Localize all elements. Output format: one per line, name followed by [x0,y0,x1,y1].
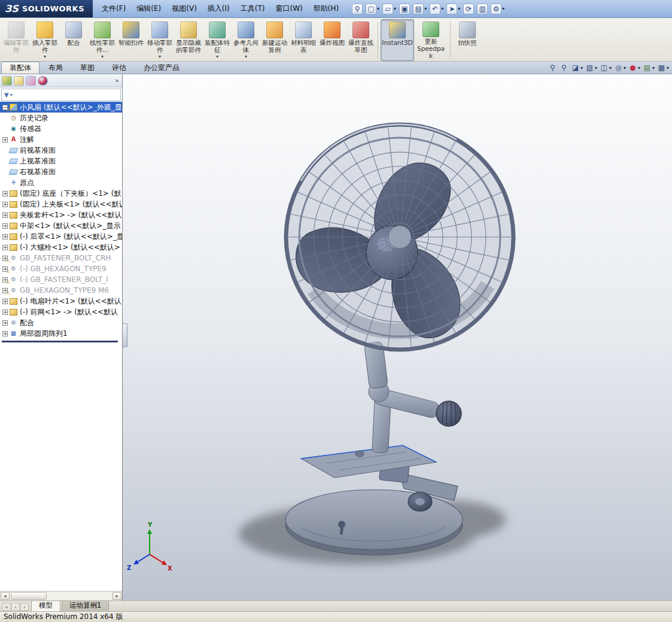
tree-item[interactable]: +⚠(-) GB_FASTENER_BOLT_I [0,274,122,285]
dropdown-arrow-icon[interactable]: ▾ [458,6,460,11]
view-settings[interactable]: ▦▾ [657,63,669,72]
ribbon-button-bom[interactable]: 材料明细表 [289,19,318,61]
view-orientation[interactable]: ▧▾ [585,63,597,72]
tab-scroll-button-3[interactable]: › [20,603,29,611]
tab-3[interactable]: 草图 [72,62,103,74]
feature-manager-tab[interactable] [2,76,12,86]
menu-item-7[interactable]: 帮助(H) [308,0,344,17]
scroll-right-button[interactable]: ▸ [112,592,121,600]
display-manager-tab[interactable] [38,76,48,86]
tree-item[interactable]: +配合 [0,317,122,328]
tree-item[interactable]: −⚠小风扇 (默认<<默认>_外观_显 [0,102,122,113]
tree-item[interactable]: +夹板套杆<1> -> (默认<<默认 [0,210,122,220]
dropdown-arrow-icon[interactable]: ▾ [377,6,379,11]
tree-item[interactable]: +⚠GB_FASTENER_BOLT_CRH [0,253,122,263]
panel-horizontal-scrollbar[interactable]: ◂ ▸ [0,591,122,600]
dropdown-arrow-icon[interactable]: ▾ [609,65,612,71]
tree-item[interactable]: 传感器 [0,123,122,134]
ribbon-button-snapshot[interactable]: 拍快照 [453,19,482,61]
tree-item[interactable]: 原点 [0,177,122,188]
section-view[interactable]: ◪▾ [571,63,583,72]
tree-item[interactable]: +局部圆周阵列1 [0,328,122,339]
tree-filter[interactable]: ▼ ▾ [1,89,121,101]
ribbon-button-instant3d[interactable]: Instant3D [381,19,414,61]
tree-item[interactable]: +中架<1> (默认<<默认>_显示 [0,220,122,231]
menu-item-6[interactable]: 窗口(W) [270,0,308,17]
tab-scroll-button-2[interactable]: ‹ [11,603,20,611]
menu-item-3[interactable]: 视图(V) [166,0,202,17]
ribbon-button-insert-component[interactable]: 插入零部件▾ [31,19,59,61]
scroll-left-button[interactable]: ◂ [1,592,10,600]
document-tab-1[interactable]: 模型 [31,600,60,611]
scrollbar-thumb[interactable] [11,592,47,600]
tree-item[interactable]: 上视基准面 [0,156,122,166]
panel-splitter-handle[interactable] [123,323,127,347]
ribbon-button-exploded-view[interactable]: 爆炸视图 [318,19,346,61]
tree-item[interactable]: +(固定) 上夹板<1> (默认<<默认 [0,199,122,210]
ribbon-button-motion-study[interactable]: 新建运动算例 [260,19,289,61]
dropdown-arrow-icon[interactable]: ▾ [216,54,218,59]
zoom-fit[interactable]: ⚲ [548,63,557,72]
tree-expand-toggle[interactable]: + [2,310,8,315]
dropdown-arrow-icon[interactable]: ▾ [595,65,597,71]
ribbon-button-update-speedpak[interactable]: 更新Speedpak [414,19,448,61]
hide-show-items[interactable]: ◎▾ [614,63,626,72]
options-button[interactable]: ⚙▾ [490,3,505,15]
search-button[interactable]: ⚲ [351,3,363,15]
tab-scroll-button-1[interactable]: « [2,603,11,611]
rebuild-button[interactable]: ⟳ [463,3,475,15]
tree-expand-toggle[interactable]: + [2,320,8,326]
tree-expand-toggle[interactable]: + [2,299,8,304]
dropdown-arrow-icon[interactable]: ▾ [159,54,161,59]
display-style[interactable]: ◫▾ [600,63,612,72]
dropdown-arrow-icon[interactable]: ▾ [638,65,640,71]
tab-4[interactable]: 评估 [104,62,135,74]
tree-expand-toggle[interactable]: + [2,202,8,207]
property-manager-tab[interactable] [14,76,24,86]
menu-item-2[interactable]: 编辑(E) [131,0,166,17]
file-properties-button[interactable]: ▥ [476,3,488,15]
dropdown-arrow-icon[interactable]: ▾ [502,6,504,11]
apply-scene[interactable]: ▤▾ [643,63,655,72]
dropdown-arrow-icon[interactable]: ▾ [652,65,655,71]
tree-item[interactable]: +(-) 后罩<1> (默认<<默认>_显 [0,231,122,242]
dropdown-arrow-icon[interactable]: ▾ [441,6,443,11]
ribbon-button-explode-line-sketch[interactable]: 爆炸直线草图 [346,19,375,61]
ribbon-button-move-component[interactable]: 移动零部件▾ [145,19,174,61]
ribbon-button-linear-pattern[interactable]: 线性零部件...▾ [88,19,117,61]
menu-item-4[interactable]: 插入(I) [202,0,235,17]
tree-item[interactable]: +⚠(-) GB_HEXAGON_TYPE9 [0,263,122,274]
dropdown-arrow-icon[interactable]: ▾ [667,65,669,71]
dropdown-arrow-icon[interactable]: ▾ [394,6,396,11]
tree-expand-toggle[interactable]: + [2,213,8,218]
tree-item[interactable]: 右视基准面 [0,166,122,177]
tree-item[interactable]: +(-) 大螺栓<1> (默认<<默认> [0,242,122,253]
tab-5[interactable]: 办公室产品 [135,62,188,74]
tree-item[interactable]: +注解 [0,134,122,145]
undo-button[interactable]: ↶▾ [429,3,444,15]
document-tab-2[interactable]: 运动算例1 [62,600,109,611]
new-document-button[interactable]: ▢▾ [365,3,380,15]
tree-item[interactable]: +(-) 电扇叶片<1> (默认<<默认 [0,296,122,307]
tree-expand-toggle[interactable]: + [2,223,8,229]
menu-item-5[interactable]: 工具(T) [235,0,270,17]
tree-item[interactable]: 历史记录 [0,113,122,123]
dropdown-arrow-icon[interactable]: ▾ [624,65,626,71]
tree-item[interactable]: 前视基准面 [0,145,122,156]
tree-item[interactable]: +⚠GB_HEXAGON_TYPE9 M6 [0,285,122,296]
tree-expand-toggle[interactable]: + [2,234,8,239]
3d-viewport-canvas[interactable]: Y X Z [123,74,672,600]
tree-expand-toggle[interactable]: + [2,191,8,196]
zoom-area[interactable]: ⚲ [560,63,568,72]
tree-item[interactable]: +(-) 前网<1> -> (默认<<默认 [0,307,122,317]
ribbon-button-show-hidden[interactable]: 显示隐藏的零部件 [174,19,203,61]
filter-funnel-icon[interactable]: ▼ [2,92,10,98]
rollback-bar[interactable] [2,341,118,342]
select-button[interactable]: ➤▾ [446,3,461,15]
ribbon-button-mate[interactable]: 配合 [59,19,88,61]
ribbon-button-smart-fasteners[interactable]: 智能扣件 [117,19,145,61]
print-button[interactable]: ▤▾ [412,3,427,15]
save-button[interactable]: ▣ [399,3,411,15]
graphics-area[interactable]: Y X Z [123,74,672,600]
panel-overflow-chevron[interactable]: » [115,77,120,84]
